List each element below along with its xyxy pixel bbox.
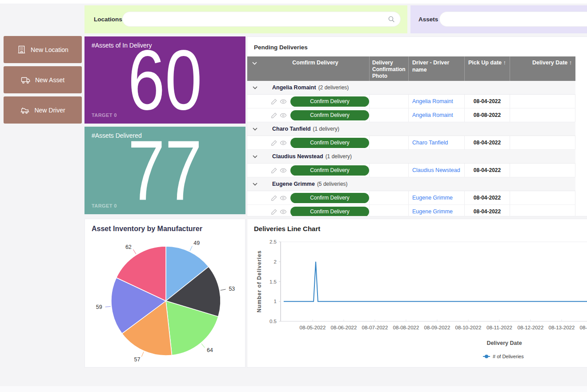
deliveries-table: Comfirm Delivery Delivery Confirmation P… (247, 56, 575, 216)
x-tick-label: 08-09-2022 (424, 325, 450, 330)
x-axis-title: Delivery Date (486, 340, 522, 346)
bottom-strip (0, 386, 587, 392)
delivery-date-cell (510, 205, 575, 216)
col-header-delivery-date[interactable]: Delivery Date ↑ (510, 56, 575, 81)
confirm-delivery-button[interactable]: Confirm Delivery (290, 207, 369, 217)
row-actions-cell: Confirm Delivery (261, 205, 370, 216)
semi-truck-icon (20, 106, 30, 115)
driver-group-row[interactable]: Angelia Romaint(2 deliveries) (247, 81, 575, 95)
row-actions-cell: Confirm Delivery (261, 95, 370, 108)
y-tick-label: 2.5 (269, 239, 277, 244)
building-icon (17, 45, 26, 54)
view-icon[interactable] (280, 98, 287, 105)
group-delivery-count: (1 delivery) (326, 153, 352, 160)
edit-icon[interactable] (271, 167, 277, 174)
delivery-row: Confirm DeliveryCharo Tanfield08-04-2022 (247, 136, 575, 150)
view-icon[interactable] (280, 112, 287, 119)
x-tick-label: 08-12-2022 (518, 325, 544, 330)
sidebar-button-new-asset[interactable]: New Asset (4, 66, 82, 93)
sidebar-button-new-driver[interactable]: New Driver (4, 96, 82, 124)
pending-deliveries-title: Pending Deliveries (247, 37, 587, 56)
chevron-down-icon[interactable] (253, 183, 257, 186)
confirm-delivery-button[interactable]: Confirm Delivery (290, 110, 369, 120)
pie-slice-label: 64 (207, 347, 213, 353)
sidebar-button-new-location[interactable]: New Location (4, 36, 82, 63)
driver-name-link[interactable]: Angelia Romaint (409, 108, 465, 122)
row-actions-cell: Confirm Delivery (261, 164, 370, 177)
assets-search-input[interactable] (439, 12, 587, 27)
y-tick-label: 0.5 (269, 319, 277, 324)
row-expand-spacer (247, 164, 261, 177)
delivery-confirmation-photo-cell (370, 95, 409, 108)
view-icon[interactable] (280, 195, 287, 201)
collapse-all-chevron-icon[interactable] (247, 56, 261, 81)
pie-label-connector (190, 246, 192, 251)
edit-icon[interactable] (271, 112, 277, 119)
driver-name-link[interactable]: Eugene Grimme (409, 205, 465, 216)
pickup-date-cell: 08-04-2022 (465, 205, 510, 216)
edit-icon[interactable] (271, 98, 277, 105)
pie-label-connector (201, 344, 205, 348)
y-axis-title: Number of Deliveries (256, 250, 262, 312)
pie-chart: 495364575962 (85, 219, 246, 368)
pie-slice-label: 57 (134, 356, 141, 363)
pie-slice-label: 49 (193, 240, 200, 246)
row-actions-cell: Confirm Delivery (261, 108, 370, 122)
row-actions-cell: Confirm Delivery (261, 136, 370, 149)
col-header-confirm-delivery[interactable]: Comfirm Delivery (261, 56, 370, 81)
view-icon[interactable] (280, 140, 287, 146)
confirm-delivery-button[interactable]: Confirm Delivery (290, 138, 369, 148)
sidebar-button-label: New Asset (35, 76, 64, 84)
delivery-date-cell (510, 136, 575, 149)
group-driver-name: Charo Tanfield (272, 126, 311, 132)
driver-name-link[interactable]: Claudius Newstead (409, 164, 465, 177)
x-tick-label: 08-08-2022 (393, 325, 419, 330)
row-expand-spacer (247, 136, 261, 149)
delivery-confirmation-photo-cell (370, 108, 409, 122)
driver-group-row[interactable]: Claudius Newstead(1 delivery) (247, 150, 575, 164)
pie-slice-label: 59 (96, 304, 102, 310)
y-tick-label: 1 (274, 299, 277, 304)
pickup-date-cell: 08-04-2022 (465, 136, 510, 149)
x-tick-label: 08-06-2022 (331, 325, 357, 330)
x-tick-label: 08-05-2022 (300, 325, 326, 330)
edit-icon[interactable] (271, 208, 277, 215)
pickup-date-cell: 08-04-2022 (465, 95, 510, 108)
line-chart: 0.511.522.508-05-202208-06-202208-07-202… (247, 219, 587, 368)
deliveries-line-series[interactable] (284, 262, 587, 302)
delivery-confirmation-photo-cell (370, 191, 409, 204)
chevron-down-icon[interactable] (253, 155, 257, 158)
locations-search-input[interactable] (122, 12, 401, 27)
col-header-driver-name[interactable]: Driver - Driver name (409, 56, 465, 81)
x-tick-label: 08-07-2022 (362, 325, 388, 330)
driver-group-row[interactable]: Eugene Grimme(5 deliveries) (247, 177, 575, 191)
y-tick-label: 1.5 (269, 279, 277, 284)
col-header-pickup-date[interactable]: Pick Up date ↑ (465, 56, 510, 81)
chevron-down-icon[interactable] (253, 86, 257, 89)
delivery-row: Confirm DeliveryEugene Grimme08-04-2022 (247, 191, 575, 205)
confirm-delivery-button[interactable]: Confirm Delivery (290, 165, 369, 176)
chevron-down-icon[interactable] (253, 128, 257, 131)
x-tick-label: 08-10-2022 (455, 325, 482, 330)
pickup-date-cell: 08-04-2022 (465, 191, 510, 204)
view-icon[interactable] (280, 208, 287, 215)
row-actions-cell: Confirm Delivery (261, 191, 370, 204)
view-icon[interactable] (280, 167, 287, 174)
col-header-delivery-confirmation-photo[interactable]: Delivery Confirmation Photo (370, 56, 409, 81)
edit-icon[interactable] (271, 140, 277, 146)
driver-group-row[interactable]: Charo Tanfield(1 delivery) (247, 122, 575, 136)
group-driver-name: Eugene Grimme (272, 181, 315, 187)
confirm-delivery-button[interactable]: Confirm Delivery (290, 96, 369, 107)
top-strip (0, 0, 587, 4)
delivery-confirmation-photo-cell (370, 136, 409, 149)
group-driver-name: Angelia Romaint (272, 84, 316, 91)
driver-name-link[interactable]: Angelia Romaint (409, 95, 465, 108)
driver-name-link[interactable]: Charo Tanfield (409, 136, 465, 149)
driver-name-link[interactable]: Eugene Grimme (409, 191, 465, 204)
delivery-row: Confirm DeliveryClaudius Newstead08-04-2… (247, 164, 575, 177)
legend-label[interactable]: # of Deliveries (493, 354, 524, 359)
group-delivery-count: (5 deliveries) (317, 181, 348, 187)
confirm-delivery-button[interactable]: Confirm Delivery (290, 193, 369, 203)
x-tick-label: 08-13-2022 (549, 325, 575, 330)
edit-icon[interactable] (271, 195, 277, 201)
